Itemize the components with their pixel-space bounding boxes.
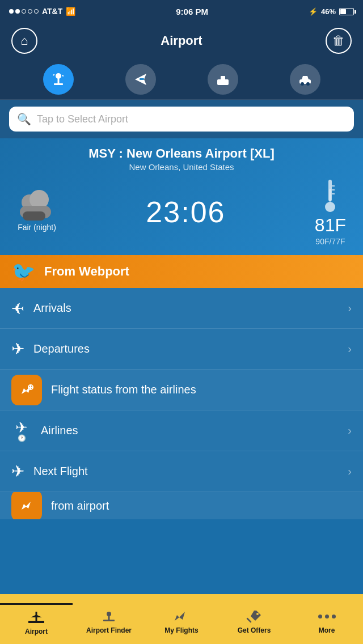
svg-rect-5 <box>140 78 144 80</box>
airlines-label: Airlines <box>41 424 339 437</box>
search-section: 🔍 Tap to Select Airport <box>0 100 363 138</box>
thermometer-icon <box>322 177 338 214</box>
tab-hotel[interactable] <box>208 64 238 95</box>
dot4 <box>28 9 32 14</box>
airport-tab-icon <box>27 609 45 625</box>
tower-icon <box>49 70 67 88</box>
weather-desc: Fair (night) <box>18 223 56 232</box>
flight-status-item[interactable]: Flight status from the airlines <box>0 370 363 410</box>
from-airport-icon-bg <box>11 492 42 519</box>
dot5 <box>34 9 39 14</box>
car-icon <box>297 71 313 87</box>
airport-name: MSY : New Orleans Airport [XL] <box>11 146 352 161</box>
more-dots-icon <box>318 608 336 624</box>
arrivals-icon: ✈ <box>11 299 24 317</box>
svg-point-11 <box>301 82 304 86</box>
arrivals-chevron: › <box>348 302 352 315</box>
next-flight-label: Next Flight <box>33 465 339 478</box>
delete-button[interactable]: 🗑 <box>326 28 352 54</box>
svg-rect-28 <box>103 620 115 621</box>
from-airport-partial-item[interactable]: from airport <box>0 492 363 519</box>
bluetooth-icon: ⚡ <box>309 7 318 16</box>
temp-main: 81F <box>315 215 346 236</box>
bottom-tab-get-offers[interactable]: Get Offers <box>218 604 290 634</box>
svg-rect-25 <box>41 621 44 623</box>
my-flights-tab-label: My Flights <box>164 626 198 634</box>
airport-location: New Orleans, United States <box>11 162 352 172</box>
departures-label: Departures <box>33 342 339 355</box>
send-icon <box>133 71 149 87</box>
nav-bar: ⌂ Airport 🗑 <box>0 23 363 59</box>
tab-flights[interactable] <box>43 64 74 95</box>
from-airport-icon <box>18 497 35 514</box>
more-tab-label: More <box>319 626 335 634</box>
bottom-tab-my-flights[interactable]: My Flights <box>145 604 218 634</box>
get-offers-tab-label: Get Offers <box>238 626 271 634</box>
departures-chevron: › <box>348 342 352 355</box>
search-placeholder: Tap to Select Airport <box>37 113 346 125</box>
svg-point-29 <box>256 613 259 615</box>
battery-percent: 46% <box>321 7 336 16</box>
flight-status-label: Flight status from the airlines <box>51 383 352 396</box>
search-input[interactable]: 🔍 Tap to Select Airport <box>9 107 354 132</box>
home-button[interactable]: ⌂ <box>11 28 37 54</box>
departures-item[interactable]: ✈ Departures › <box>0 329 363 370</box>
bird-icon: 🐦 <box>11 260 35 283</box>
departures-icon: ✈ <box>11 340 24 358</box>
weather-right: 81F 90F/77F <box>315 177 346 246</box>
hotel-icon <box>215 71 231 87</box>
carrier-label: AT&T <box>42 7 62 16</box>
next-flight-item[interactable]: ✈ Next Flight › <box>0 451 363 492</box>
arrivals-label: Arrivals <box>33 302 339 315</box>
menu-list: ✈ Arrivals › ✈ Departures › Flight statu… <box>0 288 363 519</box>
svg-rect-1 <box>57 78 59 84</box>
battery-fill <box>340 9 346 14</box>
from-airport-label: from airport <box>51 499 109 512</box>
svg-point-8 <box>218 80 221 83</box>
svg-point-0 <box>56 73 61 79</box>
bottom-tab-more[interactable]: More <box>290 604 363 634</box>
dot3 <box>22 9 26 14</box>
svg-rect-2 <box>54 83 63 85</box>
temp-range: 90F/77F <box>315 237 345 246</box>
svg-rect-27 <box>108 616 110 620</box>
svg-rect-7 <box>221 76 225 80</box>
status-bar: AT&T 📶 9:06 PM ⚡ 46% <box>0 0 363 23</box>
next-flight-chevron: › <box>348 465 352 478</box>
dot2 <box>15 9 20 14</box>
wifi-icon: 📶 <box>66 7 75 16</box>
weather-left: Fair (night) <box>17 192 57 232</box>
arrivals-item[interactable]: ✈ Arrivals › <box>0 288 363 329</box>
category-tabs <box>0 59 363 100</box>
airport-finder-tab-icon <box>100 608 118 624</box>
my-flights-tab-icon <box>172 608 191 624</box>
tab-send[interactable] <box>125 64 156 95</box>
svg-point-12 <box>306 82 310 86</box>
bottom-tab-airport-finder[interactable]: Airport Finder <box>73 604 145 634</box>
tab-car[interactable] <box>290 64 320 95</box>
home-icon: ⌂ <box>20 33 28 48</box>
flight-status-icon <box>18 382 35 399</box>
get-offers-tab-icon <box>245 608 263 624</box>
nav-title: Airport <box>161 33 202 48</box>
battery-icon <box>339 8 354 15</box>
airport-tab-label: Airport <box>25 628 48 635</box>
flight-status-icon-bg <box>11 375 42 405</box>
search-icon: 🔍 <box>17 112 31 126</box>
webport-banner[interactable]: 🐦 From Webport <box>0 255 363 288</box>
airport-time: 23:06 <box>146 195 225 229</box>
weather-cloud-icon <box>17 192 57 221</box>
webport-label: From Webport <box>44 264 129 279</box>
bottom-tab-airport[interactable]: Airport <box>0 603 73 635</box>
status-left: AT&T 📶 <box>9 7 75 16</box>
svg-rect-15 <box>330 189 331 202</box>
airlines-clock-icon: 🕐 <box>18 434 26 442</box>
airlines-item[interactable]: ✈ 🕐 Airlines › <box>0 410 363 451</box>
dot1 <box>9 9 14 14</box>
svg-rect-24 <box>28 621 32 623</box>
airlines-chevron: › <box>348 424 352 437</box>
trash-icon: 🗑 <box>332 33 345 48</box>
svg-rect-4 <box>62 75 64 77</box>
svg-point-14 <box>325 202 335 212</box>
signal-dots <box>9 9 39 14</box>
